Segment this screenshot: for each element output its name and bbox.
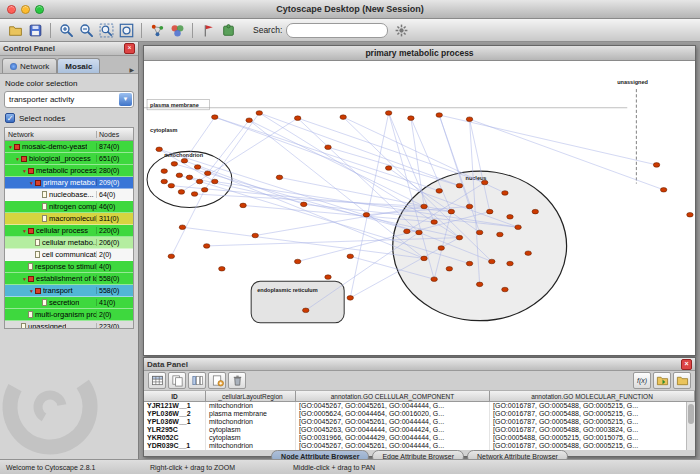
graph-node[interactable] xyxy=(294,116,300,121)
graph-node[interactable] xyxy=(515,225,521,230)
graph-node[interactable] xyxy=(196,179,202,184)
graph-node[interactable] xyxy=(487,209,493,214)
graph-node[interactable] xyxy=(436,189,442,194)
graph-node[interactable] xyxy=(168,254,174,259)
formula-builder-button[interactable]: f(x) xyxy=(633,372,651,389)
tree-expander-icon[interactable]: ▼ xyxy=(21,168,28,174)
graph-node[interactable] xyxy=(466,204,472,209)
tree-column-network[interactable]: Network xyxy=(5,131,97,138)
graph-node[interactable] xyxy=(212,115,218,120)
tree-item-nitrogen-compo[interactable]: nitrogen compo...46(0) xyxy=(5,201,133,213)
search-input[interactable] xyxy=(286,23,388,38)
table-row[interactable]: YPL036W__2plasma membrane[GO:0005624, GO… xyxy=(144,410,695,418)
save-session-button[interactable] xyxy=(26,21,44,39)
tree-expander-icon[interactable]: ▼ xyxy=(21,276,28,282)
graph-node[interactable] xyxy=(466,117,472,122)
tree-expander-icon[interactable]: ▼ xyxy=(14,156,21,162)
vizmapper-button[interactable] xyxy=(168,21,186,39)
graph-node[interactable] xyxy=(256,111,262,116)
zoom-fit-button[interactable] xyxy=(117,21,135,39)
open-session-button[interactable] xyxy=(6,21,24,39)
graph-node[interactable] xyxy=(179,225,185,230)
graph-node[interactable] xyxy=(404,229,410,234)
select-attributes-button[interactable] xyxy=(148,372,166,389)
graph-node[interactable] xyxy=(347,254,353,259)
graph-node[interactable] xyxy=(421,256,427,261)
graph-node[interactable] xyxy=(303,308,309,313)
tree-item-mosaic-demo-yeast[interactable]: ▼mosaic-demo-yeast874(0) xyxy=(5,141,133,153)
tab-mosaic[interactable]: Mosaic xyxy=(57,58,100,73)
tree-item-transport[interactable]: ▼transport558(0) xyxy=(5,285,133,297)
graph-node[interactable] xyxy=(532,209,538,214)
graph-node[interactable] xyxy=(385,111,391,116)
new-attribute-button[interactable] xyxy=(208,372,226,389)
graph-node[interactable] xyxy=(212,179,218,184)
graph-node[interactable] xyxy=(385,166,391,171)
annotation-button[interactable] xyxy=(199,21,217,39)
graph-node[interactable] xyxy=(301,202,307,207)
graph-node[interactable] xyxy=(489,259,495,264)
graph-node[interactable] xyxy=(325,145,331,150)
table-row[interactable]: YPL036W__1mitochondrion[GO:0045267, GO:0… xyxy=(144,418,695,426)
graph-node[interactable] xyxy=(347,296,353,301)
graph-node[interactable] xyxy=(204,171,210,176)
graph-node[interactable] xyxy=(653,163,659,168)
table-column-header[interactable]: ID xyxy=(144,391,206,402)
tab-network[interactable]: Network xyxy=(2,58,57,73)
tree-item-establishment-of-lo[interactable]: ▼establishment of lo...558(0) xyxy=(5,273,133,285)
graph-node[interactable] xyxy=(219,266,225,271)
table-column-header[interactable]: annotation.GO CELLULAR_COMPONENT xyxy=(296,391,490,402)
tree-expander-icon[interactable]: ▼ xyxy=(28,288,35,294)
graph-node[interactable] xyxy=(687,212,693,217)
graph-node[interactable] xyxy=(660,188,666,193)
graph-node[interactable] xyxy=(476,282,482,287)
graph-node[interactable] xyxy=(431,220,437,225)
tree-item-response-to-stimul[interactable]: response to stimul...4(0) xyxy=(5,261,133,273)
tree-item-macromolecule[interactable]: macromolecule...311(0) xyxy=(5,213,133,225)
graph-node[interactable] xyxy=(294,259,300,264)
tree-expander-icon[interactable]: ▼ xyxy=(28,180,35,186)
graph-node[interactable] xyxy=(201,188,207,193)
control-panel-close-icon[interactable]: × xyxy=(124,43,135,54)
graph-node[interactable] xyxy=(446,266,452,271)
tree-expander-icon[interactable]: ▼ xyxy=(7,144,14,150)
graph-node[interactable] xyxy=(431,277,437,282)
graph-node[interactable] xyxy=(168,183,174,188)
tree-item-metabolic-process[interactable]: ▼metabolic process280(0) xyxy=(5,165,133,177)
graph-node[interactable] xyxy=(246,118,252,123)
graph-node[interactable] xyxy=(525,251,531,256)
network-window-title[interactable]: primary metabolic process xyxy=(144,46,695,61)
table-scrollbar[interactable] xyxy=(686,402,695,450)
graph-node[interactable] xyxy=(240,203,246,208)
graph-node[interactable] xyxy=(507,215,513,220)
zoom-in-button[interactable] xyxy=(57,21,75,39)
graph-node[interactable] xyxy=(171,162,177,167)
tree-item-secretion[interactable]: secretion41(0) xyxy=(5,297,133,309)
table-column-header[interactable]: annotation.GO MOLECULAR_FUNCTION xyxy=(490,391,695,402)
network-overview-button[interactable] xyxy=(148,21,166,39)
tree-item-cell-communicat[interactable]: cell communicat...2(0) xyxy=(5,249,133,261)
graph-node[interactable] xyxy=(421,204,427,209)
graph-node[interactable] xyxy=(416,230,422,235)
table-column-header[interactable]: _cellularLayoutRegion xyxy=(206,391,296,402)
graph-node[interactable] xyxy=(481,180,487,185)
graph-node[interactable] xyxy=(466,261,472,266)
graph-node[interactable] xyxy=(456,235,462,240)
network-canvas[interactable]: plasma membrane cytoplasm mitochondrion … xyxy=(144,61,695,355)
graph-node[interactable] xyxy=(507,261,513,266)
tree-item-biological-process[interactable]: ▼biological_process651(0) xyxy=(5,153,133,165)
delete-attribute-button[interactable] xyxy=(228,372,246,389)
graph-node[interactable] xyxy=(161,179,167,184)
tree-item-cellular-process[interactable]: ▼cellular process220(0) xyxy=(5,225,133,237)
table-row[interactable]: YDR039C__1mitochondrion[GO:0045267, GO:0… xyxy=(144,442,695,450)
graph-node[interactable] xyxy=(194,165,200,170)
graph-node[interactable] xyxy=(325,275,331,280)
graph-node[interactable] xyxy=(476,230,482,235)
select-nodes-checkbox[interactable]: ✓ xyxy=(5,113,15,123)
graph-node[interactable] xyxy=(161,169,167,174)
graph-node[interactable] xyxy=(502,191,508,196)
graph-node[interactable] xyxy=(408,116,414,121)
tree-expander-icon[interactable]: ▼ xyxy=(21,228,28,234)
tree-item-multi-organism-pro[interactable]: multi-organism pro...2(0) xyxy=(5,309,133,321)
zoom-selected-button[interactable] xyxy=(97,21,115,39)
